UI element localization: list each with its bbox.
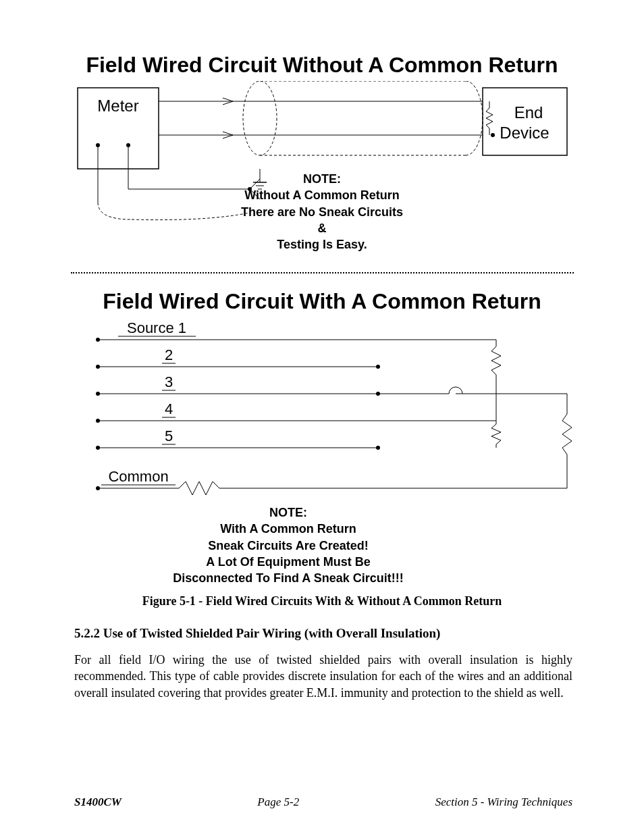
note1-l2: There are No Sneak Circuits [0,204,644,220]
footer-left: S1400CW [74,796,122,809]
note2-heading: NOTE: [0,504,610,521]
note2-l4: Disconnected To Find A Sneak Circuit!!! [0,570,610,586]
end-label-bottom: Device [500,124,549,142]
svg-rect-18 [483,88,567,155]
note1-heading: NOTE: [0,171,644,187]
note1-l3: & [0,220,644,236]
page-footer: S1400CW Page 5-2 Section 5 - Wiring Tech… [74,796,572,809]
d2-line1-label: Source 1 [127,323,186,336]
svg-point-17 [243,81,277,155]
divider-dotted [71,272,574,273]
footer-right: Section 5 - Wiring Techniques [435,796,572,809]
body-paragraph: For all field I/O wiring the use of twis… [74,652,572,701]
d2-line3-label: 3 [165,373,173,390]
d2-line2-label: 2 [165,346,173,363]
diagram2-figure: Source 1 2 3 4 5 Common [95,323,581,498]
diagram1-title: Field Wired Circuit Without A Common Ret… [0,53,644,78]
note1-l4: Testing Is Easy. [0,236,644,253]
diagram2-title: Field Wired Circuit With A Common Return [0,289,644,314]
figure-caption: Figure 5-1 - Field Wired Circuits With &… [0,594,644,608]
section-heading: 5.2.2 Use of Twisted Shielded Pair Wirin… [74,626,570,641]
d2-line5-label: 5 [165,427,173,444]
note1-l1: Without A Common Return [0,187,644,203]
meter-label: Meter [97,97,138,115]
svg-point-19 [491,133,495,137]
note2-l1: With A Common Return [0,521,610,537]
footer-center: Page 5-2 [257,796,299,809]
diagram2-note: NOTE: With A Common Return Sneak Circuit… [0,504,610,586]
diagram1-note: NOTE: Without A Common Return There are … [0,171,644,253]
end-label-top: End [514,103,543,122]
d2-line6-label: Common [108,468,168,485]
d2-line4-label: 4 [165,400,173,417]
note2-l3: A Lot Of Equipment Must Be [0,554,610,570]
note2-l2: Sneak Circuits Are Created! [0,538,610,554]
document-page: Field Wired Circuit Without A Common Ret… [0,0,644,834]
